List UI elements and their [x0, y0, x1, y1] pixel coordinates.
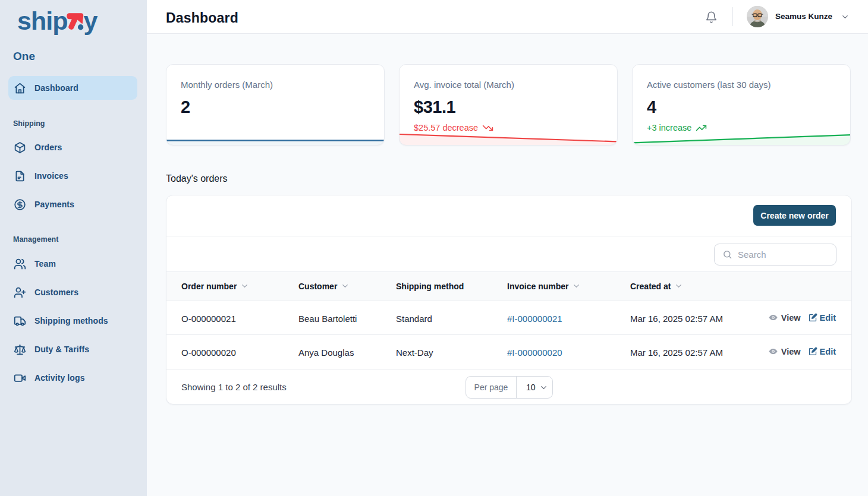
svg-text:ship: ship [17, 7, 67, 35]
svg-text:y: y [84, 7, 98, 35]
